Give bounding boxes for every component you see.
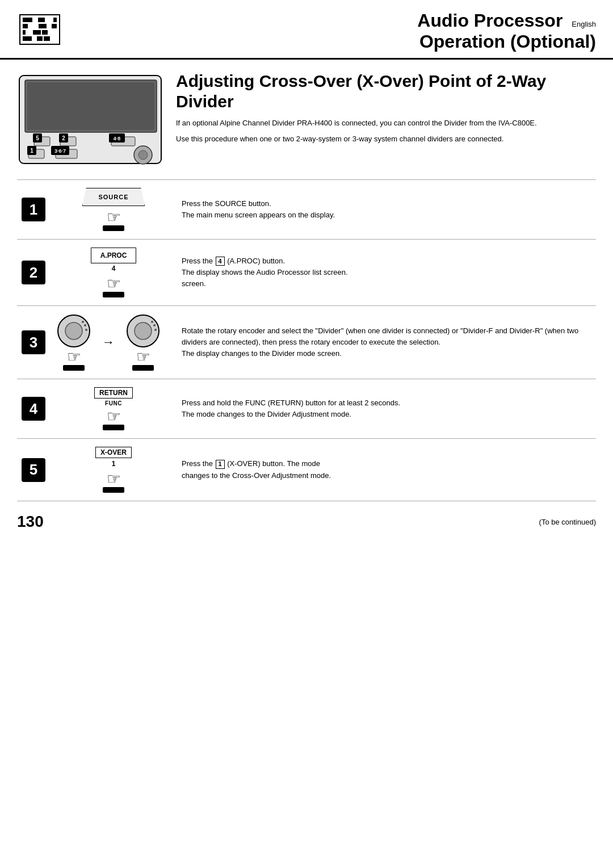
svg-point-22 (82, 321, 84, 323)
svg-point-28 (153, 324, 156, 326)
section-title-block: Adjusting Cross-Over (X-Over) Point of 2… (176, 71, 596, 144)
rotary-illustration: ☞ → (57, 314, 170, 371)
finger-base-2 (103, 292, 124, 297)
section-desc-2: Use this procedure when one or two 2-way… (176, 133, 596, 145)
main-content: 5 2 4·8 1 3·6·7 Adjusting Cross-Over (X-… (0, 71, 613, 501)
finger-icon-5: ☞ (107, 471, 121, 487)
step-3-num-cell: 3 (17, 306, 51, 379)
step-4-row: 4 RETURN FUNC ☞ Press and hold the FUNC … (17, 379, 596, 439)
svg-point-26 (135, 322, 152, 339)
step-4-num-cell: 4 (17, 379, 51, 439)
finger-icon: ☞ (107, 209, 121, 225)
logo-area (17, 12, 62, 47)
step-5-num: 5 (22, 458, 45, 482)
rotary-hand-1: ☞ (63, 349, 85, 371)
xover-number: 1 (112, 460, 116, 468)
source-button-illustration: SOURCE (82, 188, 145, 206)
rotary-base (63, 365, 85, 371)
header-subtitle: Operation (Optional) (419, 31, 596, 52)
step-1-num-cell: 1 (17, 180, 51, 240)
rotary-finger-icon-2: ☞ (136, 349, 150, 365)
step-2-num: 2 (22, 261, 45, 284)
aproc-number: 4 (112, 265, 116, 272)
finger-illustration-5: ☞ (103, 471, 124, 493)
header-language: English (572, 20, 596, 28)
continued-label: (To be continued) (539, 518, 596, 526)
device-illustration: 5 2 4·8 1 3·6·7 (17, 71, 165, 170)
step-4-desc: Press and hold the FUNC (RETURN) button … (176, 379, 596, 439)
rotary-hand-2: ☞ (132, 349, 154, 371)
xover-button-illustration: X-OVER 1 ☞ (57, 447, 170, 493)
step-3-row: 3 (17, 306, 596, 379)
finger-base-5 (103, 487, 124, 493)
svg-text:1: 1 (30, 148, 33, 154)
step-1-num: 1 (22, 198, 45, 221)
step-5-num-cell: 5 (17, 439, 51, 501)
step-2-desc: Press the 4 (A.PROC) button. The display… (176, 240, 596, 306)
step-3-num: 3 (22, 330, 45, 354)
header-title-block: Audio Processor English Operation (Optio… (74, 10, 596, 52)
step-4-num: 4 (22, 397, 45, 421)
finger-illustration-2: ☞ (103, 276, 124, 297)
svg-point-23 (84, 324, 86, 326)
xover-label: X-OVER (95, 447, 132, 458)
svg-point-9 (138, 150, 148, 160)
rotary-base-2 (132, 365, 154, 371)
svg-text:2: 2 (62, 135, 65, 141)
finger-base-4 (103, 425, 124, 430)
step-2-row: 2 A.PROC 4 ☞ Press the 4 (A.PROC) button… (17, 240, 596, 306)
svg-text:3·6·7: 3·6·7 (54, 148, 66, 154)
aproc-button: A.PROC (91, 248, 136, 263)
step-5-icon-cell: X-OVER 1 ☞ (51, 439, 176, 501)
step-2-icon-cell: A.PROC 4 ☞ (51, 240, 176, 306)
finger-base (103, 225, 124, 231)
svg-point-24 (85, 329, 87, 331)
svg-point-29 (154, 329, 157, 331)
rotary-finger-icon: ☞ (67, 349, 81, 365)
aproc-button-illustration: A.PROC 4 ☞ (57, 248, 170, 297)
section-desc-1: If an optional Alpine Channel Divider PR… (176, 118, 596, 129)
step-3-icon-cell: ☞ → (51, 306, 176, 379)
svg-text:5: 5 (36, 135, 39, 141)
step-3-desc: Rotate the rotary encoder and select the… (176, 306, 596, 379)
finger-illustration: ☞ (103, 209, 124, 231)
num-1-box: 1 (216, 460, 225, 469)
page-header: Audio Processor English Operation (Optio… (0, 0, 613, 60)
svg-text:4·8: 4·8 (114, 136, 121, 141)
header-main-title: Audio Processor (417, 10, 562, 31)
section-title: Adjusting Cross-Over (X-Over) Point of 2… (176, 71, 596, 112)
steps-table: 1 SOURCE ☞ Press the SOURCE button. The … (17, 179, 596, 501)
step-1-icon-cell: SOURCE ☞ (51, 180, 176, 240)
return-label: RETURN (94, 387, 133, 399)
step-5-desc: Press the 1 (X-OVER) button. The mode ch… (176, 439, 596, 501)
num-4-box: 4 (216, 257, 225, 266)
step-1-row: 1 SOURCE ☞ Press the SOURCE button. The … (17, 180, 596, 240)
arrow-icon: → (102, 335, 115, 350)
finger-icon-4: ☞ (107, 409, 121, 425)
func-label: FUNC (105, 400, 122, 406)
barcode-logo (19, 14, 60, 45)
section-heading: 5 2 4·8 1 3·6·7 Adjusting Cross-Over (X-… (17, 71, 596, 170)
svg-point-21 (65, 322, 82, 339)
step-1-desc: Press the SOURCE button. The main menu s… (176, 180, 596, 240)
step-2-num-cell: 2 (17, 240, 51, 306)
svg-point-27 (151, 321, 153, 323)
step-5-row: 5 X-OVER 1 ☞ Press the 1 (X-OVER) button… (17, 439, 596, 501)
page-footer: 130 (To be continued) (0, 501, 613, 536)
return-button-illustration: RETURN FUNC ☞ (57, 387, 170, 430)
finger-illustration-4: ☞ (103, 409, 124, 430)
page-number: 130 (17, 513, 44, 531)
svg-rect-2 (27, 82, 154, 130)
step-4-icon-cell: RETURN FUNC ☞ (51, 379, 176, 439)
finger-icon-2: ☞ (107, 276, 121, 292)
